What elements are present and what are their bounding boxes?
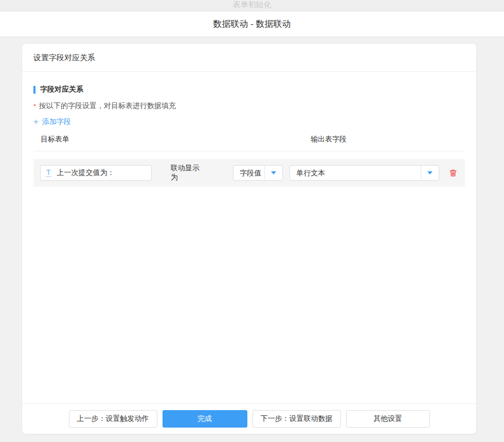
delete-row-button[interactable]	[448, 168, 458, 178]
column-header-target-form: 目标表单	[41, 135, 69, 144]
output-field-selected: 单行文本	[290, 166, 421, 180]
modal-body: 设置字段对应关系 字段对应关系 * 按以下的字段设置，对目标表进行数据填充 + …	[0, 37, 504, 442]
chevron-down-icon	[264, 166, 282, 180]
finish-button[interactable]: 完成	[163, 410, 247, 428]
trash-icon	[448, 168, 458, 178]
card-body: 字段对应关系 * 按以下的字段设置，对目标表进行数据填充 + 添加字段 目标表单…	[22, 85, 476, 187]
hint-label: 按以下的字段设置，对目标表进行数据填充	[39, 101, 176, 111]
single-line-text-icon: T	[46, 169, 51, 177]
target-field-value: 上一次提交值为：	[57, 168, 115, 178]
chevron-down-icon	[421, 166, 439, 180]
column-header-output-field: 输出表字段	[311, 135, 347, 144]
output-field-select[interactable]: 单行文本	[290, 165, 439, 181]
value-type-selected: 字段值	[233, 166, 264, 180]
required-asterisk: *	[33, 102, 36, 110]
background-tab-label: 表单初始化	[233, 0, 272, 9]
target-field-input[interactable]: T 上一次提交值为：	[40, 165, 152, 181]
background-page-strip: 表单初始化	[0, 0, 504, 11]
add-field-button[interactable]: + 添加字段	[33, 117, 71, 127]
mapping-row: T 上一次提交值为： 联动显示为 字段值 单行文本	[33, 159, 465, 187]
plus-icon: +	[33, 118, 39, 126]
section-title-label: 字段对应关系	[40, 85, 83, 94]
card-title: 设置字段对应关系	[22, 44, 476, 72]
next-step-button[interactable]: 下一步：设置联动数据	[253, 410, 341, 428]
linkage-display-label: 联动显示为	[171, 164, 207, 182]
column-headers: 目标表单 输出表字段	[33, 135, 465, 144]
settings-card: 设置字段对应关系 字段对应关系 * 按以下的字段设置，对目标表进行数据填充 + …	[22, 44, 476, 434]
other-settings-button[interactable]: 其他设置	[346, 410, 430, 428]
prev-step-button[interactable]: 上一步：设置触发动作	[69, 410, 157, 428]
hint-text: * 按以下的字段设置，对目标表进行数据填充	[33, 101, 465, 111]
card-footer: 上一步：设置触发动作 完成 下一步：设置联动数据 其他设置	[22, 403, 476, 434]
value-type-select[interactable]: 字段值	[233, 165, 283, 181]
header-divider	[33, 151, 465, 151]
section-accent-bar	[33, 86, 35, 94]
section-title: 字段对应关系	[33, 85, 465, 94]
modal-header: 数据联动 - 数据联动	[0, 11, 504, 37]
modal-title: 数据联动 - 数据联动	[213, 18, 291, 30]
add-field-label: 添加字段	[42, 117, 71, 127]
